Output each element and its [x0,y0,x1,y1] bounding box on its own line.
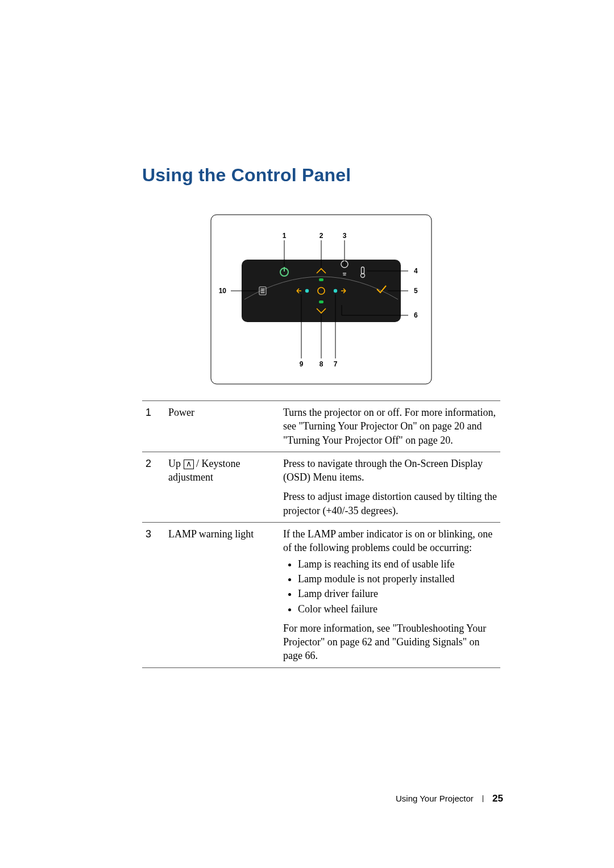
svg-rect-3 [319,301,323,303]
section-title: Using the Control Panel [142,165,500,186]
svg-rect-14 [261,292,265,293]
callout-9: 9 [300,360,304,368]
callout-2: 2 [320,232,323,240]
list-item: Lamp driver failure [298,587,497,600]
callout-5: 5 [414,287,418,295]
page-number: 25 [492,793,503,804]
svg-rect-12 [261,289,265,290]
row-number: 2 [142,452,165,522]
callout-3: 3 [343,232,347,240]
svg-rect-2 [319,278,323,281]
callout-8: 8 [320,360,323,368]
callout-6: 6 [414,311,418,319]
row-name: Power [165,401,280,452]
definitions-table: 1 Power Turns the projector on or off. F… [142,400,500,668]
list-item: Lamp is reaching its end of usable life [298,557,497,571]
desc-trail: For more information, see "Troubleshooti… [283,621,497,663]
up-keycap-icon: ∧ [184,460,194,469]
row-desc: Press to navigate through the On-Screen … [280,452,500,522]
list-item: Lamp module is not properly installed [298,572,497,586]
row-name: LAMP warning light [165,523,280,668]
name-prefix: Up [168,458,184,469]
control-panel-figure: 1 2 3 4 5 6 7 8 9 10 [210,214,432,385]
callout-10: 10 [219,287,227,295]
desc-para: Press to navigate through the On-Screen … [283,457,497,485]
svg-point-4 [305,289,309,293]
table-row: 3 LAMP warning light If the LAMP amber i… [142,523,500,668]
row-desc: If the LAMP amber indicator is on or bli… [280,523,500,668]
row-desc: Turns the projector on or off. For more … [280,401,500,452]
page-footer: Using Your Projector 25 [396,793,503,804]
callout-1: 1 [283,232,287,240]
svg-rect-13 [261,290,265,291]
table-row: 1 Power Turns the projector on or off. F… [142,401,500,452]
list-item: Color wheel failure [298,602,497,616]
footer-section: Using Your Projector [396,794,474,803]
row-number: 1 [142,401,165,452]
callout-7: 7 [334,360,338,368]
desc-lead: If the LAMP amber indicator is on or bli… [283,527,497,555]
table-row: 2 Up ∧ / Keystone adjustment Press to na… [142,452,500,522]
svg-point-5 [334,289,337,293]
bullet-list: Lamp is reaching its end of usable life … [298,557,497,616]
footer-divider [483,795,483,802]
row-name: Up ∧ / Keystone adjustment [165,452,280,522]
desc-para: Press to adjust image distortion caused … [283,490,497,518]
row-number: 3 [142,523,165,668]
callout-4: 4 [414,267,418,275]
